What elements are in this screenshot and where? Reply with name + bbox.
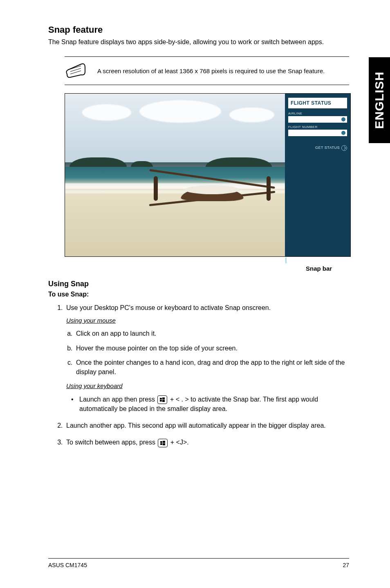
using-snap-title: Using Snap xyxy=(48,280,349,288)
note-icon xyxy=(65,62,87,80)
windows-key-icon xyxy=(158,439,168,447)
svg-rect-4 xyxy=(160,441,162,443)
step-3: To switch between apps, press + <J>. xyxy=(65,438,349,447)
mouse-step-c: Once the pointer changes to a hand icon,… xyxy=(74,358,349,377)
kbd-bullet-pre: Launch an app then press xyxy=(79,396,157,403)
to-use-snap: To use Snap: xyxy=(48,291,349,298)
panel-label-airline: AIRLINE xyxy=(288,112,347,115)
note-text: A screen resolution of at least 1366 x 7… xyxy=(97,67,325,74)
snapped-app-panel: FLIGHT STATUS AIRLINE FLIGHT NUMBER GET … xyxy=(285,94,350,256)
intro-text: The Snap feature displays two apps side-… xyxy=(48,38,349,47)
svg-rect-6 xyxy=(160,443,162,445)
mouse-step-a: Click on an app to launch it. xyxy=(74,329,349,338)
footer-page-number: 27 xyxy=(343,562,349,568)
svg-rect-7 xyxy=(163,443,165,445)
svg-rect-1 xyxy=(162,397,165,399)
arrow-circle-icon xyxy=(341,145,347,151)
step-2: Launch another app. This second app will… xyxy=(65,421,349,430)
svg-rect-5 xyxy=(163,441,165,443)
panel-input-airline[interactable] xyxy=(288,116,347,123)
snap-bar-indicator xyxy=(286,258,286,263)
step-3-pre: To switch between apps, press xyxy=(66,439,157,446)
mouse-heading: Using your mouse xyxy=(66,316,349,325)
boat-image xyxy=(173,149,251,219)
step-3-post: + <J>. xyxy=(168,439,188,446)
section-title: Snap feature xyxy=(48,25,349,35)
panel-label-flight: FLIGHT NUMBER xyxy=(288,125,347,129)
footer-model: ASUS CM1745 xyxy=(48,562,87,568)
note-callout: A screen resolution of at least 1366 x 7… xyxy=(65,56,349,85)
panel-input-flight[interactable] xyxy=(288,130,347,136)
snap-screenshot: FLIGHT STATUS AIRLINE FLIGHT NUMBER GET … xyxy=(65,93,351,257)
svg-rect-2 xyxy=(160,400,162,402)
svg-rect-0 xyxy=(160,398,162,399)
windows-key-icon xyxy=(157,395,167,404)
page-footer: ASUS CM1745 27 xyxy=(48,558,349,568)
step-1: Use your Desktop PC's mouse or keyboard … xyxy=(65,303,349,413)
snap-bar-label: Snap bar xyxy=(306,265,332,272)
keyboard-bullet: Launch an app then press + < . > to acti… xyxy=(68,395,349,413)
panel-get-status[interactable]: GET STATUS xyxy=(288,145,347,151)
step-1-text: Use your Desktop PC's mouse or keyboard … xyxy=(66,304,271,311)
language-tab: ENGLISH xyxy=(369,57,390,143)
panel-get-status-label: GET STATUS xyxy=(315,146,340,150)
panel-header: FLIGHT STATUS xyxy=(288,98,347,108)
mouse-step-b: Hover the mouse pointer on the top side … xyxy=(74,343,349,353)
language-tab-label: ENGLISH xyxy=(372,72,386,129)
svg-rect-3 xyxy=(162,400,165,402)
keyboard-heading: Using your keyboard xyxy=(66,382,349,391)
